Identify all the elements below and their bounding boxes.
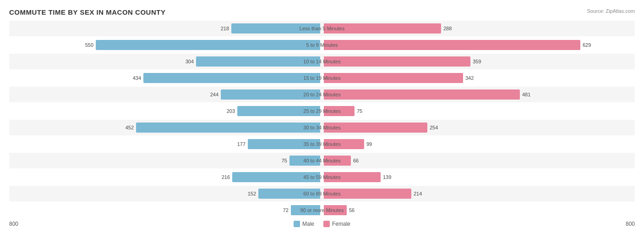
female-section: 56	[322, 202, 635, 218]
female-section: 75	[322, 103, 635, 119]
male-section: 177	[9, 136, 322, 152]
female-value: 75	[357, 108, 362, 114]
male-value: 244	[210, 92, 218, 97]
male-value: 452	[126, 125, 134, 130]
male-section: 304	[9, 54, 322, 69]
female-section: 481	[322, 87, 635, 102]
female-value: 481	[522, 92, 530, 97]
legend-female-label: Female	[332, 221, 350, 227]
table-row: 21645 to 59 Minutes139	[9, 169, 635, 185]
table-row: 218Less than 5 Minutes288	[9, 21, 635, 36]
legend-male-label: Male	[302, 221, 314, 227]
chart-container: COMMUTE TIME BY SEX IN MACON COUNTY Sour…	[0, 0, 644, 240]
legend: Male Female	[294, 221, 350, 227]
legend-female-box	[323, 221, 330, 227]
bar-female	[324, 156, 351, 166]
table-row: 24420 to 24 Minutes481	[9, 87, 635, 102]
legend-male: Male	[294, 221, 314, 227]
female-section: 342	[322, 70, 635, 86]
table-row: 15260 to 89 Minutes214	[9, 186, 635, 201]
source-label: Source: ZipAtlas.com	[587, 8, 635, 14]
axis-max-label: 800	[626, 221, 635, 227]
bars-area: 218Less than 5 Minutes2885505 to 9 Minut…	[9, 21, 635, 218]
bar-male	[258, 189, 320, 199]
female-section: 99	[322, 136, 635, 152]
male-section: 244	[9, 87, 322, 102]
legend-male-box	[294, 221, 300, 227]
male-value: 550	[85, 42, 93, 48]
bar-female	[324, 73, 463, 83]
female-value: 342	[465, 75, 474, 81]
bar-male	[221, 89, 320, 100]
female-value: 66	[353, 158, 359, 163]
bar-male	[96, 40, 320, 50]
female-section: 66	[322, 153, 635, 168]
female-value: 288	[443, 26, 452, 31]
bar-male	[232, 172, 320, 182]
bar-male	[237, 106, 320, 116]
female-section: 139	[322, 169, 635, 185]
bar-female	[324, 123, 427, 133]
male-section: 434	[9, 70, 322, 86]
table-row: 43415 to 19 Minutes342	[9, 70, 635, 86]
table-row: 20325 to 29 Minutes75	[9, 103, 635, 119]
bar-male	[231, 23, 320, 33]
chart-footer: 800 Male Female 800	[9, 221, 635, 227]
female-value: 359	[473, 59, 481, 64]
axis-min-label: 800	[9, 221, 18, 227]
table-row: 17735 to 39 Minutes99	[9, 136, 635, 152]
male-section: 550	[9, 37, 322, 53]
male-value: 177	[237, 141, 246, 147]
bar-male	[136, 123, 320, 133]
female-value: 254	[430, 125, 438, 130]
table-row: 5505 to 9 Minutes629	[9, 37, 635, 53]
table-row: 7540 to 44 Minutes66	[9, 153, 635, 168]
bar-female	[324, 56, 470, 67]
female-value: 99	[366, 141, 372, 147]
chart-title: COMMUTE TIME BY SEX IN MACON COUNTY	[9, 8, 635, 16]
male-value: 304	[186, 59, 194, 64]
female-section: 359	[322, 54, 635, 69]
bar-female	[324, 172, 381, 182]
female-value: 139	[383, 174, 391, 180]
female-section: 214	[322, 186, 635, 201]
male-section: 75	[9, 153, 322, 168]
female-section: 629	[322, 37, 635, 53]
female-section: 254	[322, 120, 635, 135]
table-row: 45230 to 34 Minutes254	[9, 120, 635, 135]
bar-female	[324, 139, 364, 149]
bar-female	[324, 205, 347, 215]
table-row: 30410 to 14 Minutes359	[9, 54, 635, 69]
male-section: 152	[9, 186, 322, 201]
bar-male	[291, 205, 320, 215]
bar-female	[324, 106, 355, 116]
male-value: 218	[221, 26, 229, 31]
bar-female	[324, 89, 520, 100]
male-value: 216	[222, 174, 230, 180]
male-value: 203	[227, 108, 235, 114]
male-section: 218	[9, 21, 322, 36]
bar-male	[143, 73, 320, 83]
male-value: 75	[282, 158, 287, 163]
male-value: 152	[248, 191, 256, 196]
female-section: 288	[322, 21, 635, 36]
legend-female: Female	[323, 221, 350, 227]
male-value: 434	[133, 75, 141, 81]
bar-female	[324, 189, 411, 199]
bar-male	[196, 56, 320, 67]
male-section: 452	[9, 120, 322, 135]
female-value: 56	[349, 207, 355, 213]
bar-female	[324, 40, 580, 50]
male-section: 203	[9, 103, 322, 119]
female-value: 214	[414, 191, 422, 196]
bar-female	[324, 23, 441, 33]
male-section: 72	[9, 202, 322, 218]
table-row: 7290 or more Minutes56	[9, 202, 635, 218]
male-section: 216	[9, 169, 322, 185]
male-value: 72	[283, 207, 289, 213]
female-value: 629	[583, 42, 591, 48]
bar-male	[289, 156, 320, 166]
bar-male	[248, 139, 320, 149]
